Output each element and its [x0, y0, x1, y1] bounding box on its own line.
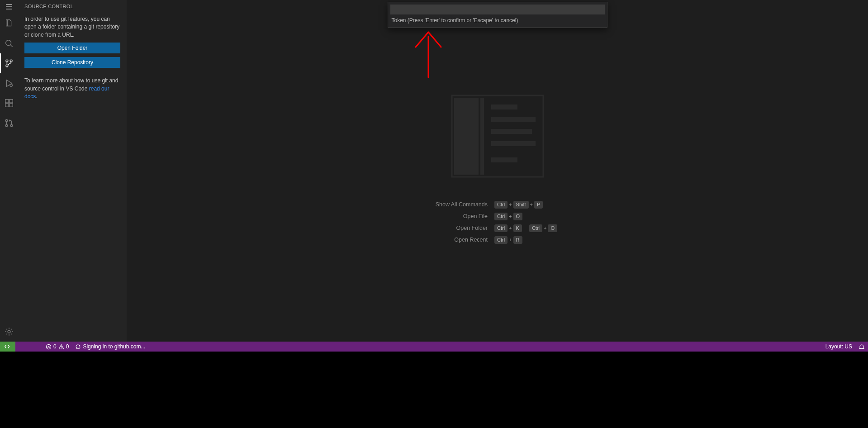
quick-input-widget: Token (Press 'Enter' to confirm or 'Esca…	[388, 2, 607, 28]
gear-icon	[4, 327, 14, 337]
remote-icon	[5, 343, 11, 350]
welcome-command-row: Show All CommandsCtrl+Shift+P	[371, 201, 624, 209]
svg-point-12	[8, 330, 10, 333]
welcome-watermark-icon	[451, 94, 545, 178]
signin-text: Signing in to github.com...	[83, 343, 145, 350]
sidebar-source-control: SOURCE CONTROL In order to use git featu…	[18, 0, 127, 342]
annotation-arrow	[410, 30, 446, 80]
svg-point-11	[10, 124, 12, 126]
github-signin-status[interactable]: Signing in to github.com...	[72, 342, 148, 352]
scm-intro-text: In order to use git features, you can op…	[24, 15, 120, 39]
keycap: Ctrl	[494, 236, 508, 244]
activity-github-pr[interactable]	[0, 113, 18, 133]
command-label: Open Folder	[410, 225, 494, 231]
scm-learn-text: To learn more about how to use git and s…	[24, 77, 120, 100]
command-keys: Ctrl+O	[494, 213, 584, 220]
quick-input-field[interactable]	[390, 5, 605, 14]
warning-count: 0	[66, 343, 69, 350]
keycap: Ctrl	[494, 213, 508, 220]
welcome-command-row: Open RecentCtrl+R	[371, 236, 624, 244]
activity-settings[interactable]	[0, 322, 18, 342]
keyboard-layout-status[interactable]: Layout: US	[822, 342, 855, 352]
welcome-commands: Show All CommandsCtrl+Shift+POpen FileCt…	[371, 201, 624, 244]
sidebar-title: SOURCE CONTROL	[18, 0, 127, 13]
svg-rect-15	[480, 98, 484, 175]
bell-icon	[859, 343, 865, 350]
svg-rect-14	[454, 98, 479, 175]
activity-bar	[0, 0, 18, 342]
svg-rect-17	[491, 117, 536, 122]
keycap: Ctrl	[494, 201, 508, 209]
svg-rect-18	[491, 129, 532, 134]
learn-suffix: .	[36, 93, 37, 100]
app-menu-button[interactable]	[0, 0, 18, 14]
clone-repository-button[interactable]: Clone Repository	[24, 57, 120, 68]
activity-explorer[interactable]	[0, 14, 18, 33]
github-pr-icon	[4, 118, 14, 128]
quick-input-hint: Token (Press 'Enter' to confirm or 'Esca…	[388, 16, 607, 27]
svg-rect-16	[491, 105, 517, 109]
search-icon	[4, 38, 14, 48]
notifications-button[interactable]	[855, 342, 868, 352]
welcome-command-row: Open FileCtrl+O	[371, 213, 624, 220]
keycap: K	[513, 224, 522, 232]
files-icon	[4, 19, 14, 29]
command-keys: Ctrl+KCtrl+O	[494, 224, 584, 232]
svg-point-1	[10, 60, 12, 62]
activity-search[interactable]	[0, 33, 18, 53]
welcome-command-row: Open FolderCtrl+KCtrl+O	[371, 224, 624, 232]
command-keys: Ctrl+R	[494, 236, 584, 244]
warning-icon	[58, 344, 64, 350]
svg-rect-6	[5, 104, 9, 107]
command-label: Open Recent	[410, 237, 494, 243]
error-count: 0	[53, 343, 57, 350]
keycap: Ctrl	[529, 224, 542, 232]
source-control-icon	[4, 58, 14, 68]
extensions-icon	[4, 98, 14, 108]
svg-rect-5	[5, 100, 9, 103]
remote-indicator[interactable]	[0, 342, 15, 352]
activity-source-control[interactable]	[0, 53, 18, 73]
run-debug-icon	[4, 78, 14, 88]
keycap: R	[513, 236, 522, 244]
svg-point-3	[6, 65, 8, 67]
keycap: O	[548, 224, 557, 232]
problems-status[interactable]: 0 0	[43, 342, 72, 352]
status-bar: 0 0 Signing in to github.com... Layout: …	[0, 342, 868, 352]
command-label: Show All Commands	[410, 201, 494, 208]
activity-run-debug[interactable]	[0, 73, 18, 93]
svg-point-2	[6, 60, 8, 62]
error-icon	[46, 344, 52, 350]
open-folder-button[interactable]: Open Folder	[24, 43, 120, 53]
editor-area: Token (Press 'Enter' to confirm or 'Esca…	[127, 0, 868, 342]
below-crop-area	[0, 352, 868, 428]
welcome-page: Show All CommandsCtrl+Shift+POpen FileCt…	[371, 94, 624, 248]
svg-point-4	[10, 84, 13, 87]
keycap: Shift	[513, 201, 529, 209]
svg-rect-8	[9, 100, 13, 103]
svg-point-0	[6, 40, 11, 46]
menu-icon	[5, 4, 13, 10]
keycap: Ctrl	[494, 224, 508, 232]
keycap: P	[534, 201, 543, 209]
keycap: O	[513, 213, 523, 220]
activity-extensions[interactable]	[0, 93, 18, 113]
svg-rect-20	[491, 157, 517, 162]
svg-point-9	[5, 119, 7, 121]
sync-icon	[75, 344, 81, 350]
command-keys: Ctrl+Shift+P	[494, 201, 584, 209]
svg-rect-19	[491, 141, 536, 146]
svg-point-10	[5, 124, 7, 126]
svg-rect-7	[9, 104, 13, 107]
command-label: Open File	[410, 213, 494, 219]
